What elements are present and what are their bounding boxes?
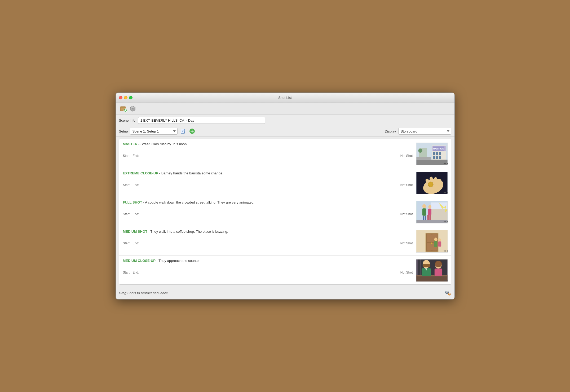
shot-more-3[interactable]: ••• bbox=[444, 220, 448, 224]
svg-rect-77 bbox=[435, 261, 441, 267]
shot-meta-1: Start: End: Not Shot bbox=[123, 154, 413, 158]
svg-rect-94 bbox=[449, 295, 450, 295]
svg-rect-69 bbox=[426, 234, 438, 252]
svg-rect-4 bbox=[123, 107, 124, 107]
svg-rect-50 bbox=[423, 216, 424, 221]
close-button[interactable] bbox=[119, 96, 122, 99]
shot-content-3: FULL SHOT - A couple walk down the crowd… bbox=[123, 200, 413, 216]
shot-type-1: MASTER bbox=[123, 142, 138, 146]
svg-text:MASSI UCIO: MASSI UCIO bbox=[433, 148, 444, 150]
shot-item-3: FULL SHOT - A couple walk down the crowd… bbox=[119, 197, 451, 226]
settings-button[interactable] bbox=[444, 289, 451, 297]
not-shot-1: Not Shot bbox=[400, 154, 413, 158]
maximize-button[interactable] bbox=[129, 96, 132, 99]
display-label: Display bbox=[385, 129, 396, 133]
svg-rect-27 bbox=[433, 156, 435, 159]
app-window: Shot List bbox=[116, 93, 455, 299]
svg-rect-24 bbox=[433, 152, 435, 155]
svg-rect-93 bbox=[449, 293, 450, 293]
shot-thumbnail-2[interactable] bbox=[416, 172, 448, 194]
shot-more-2[interactable]: ••• bbox=[444, 191, 448, 195]
not-shot-3: Not Shot bbox=[400, 212, 413, 216]
svg-rect-83 bbox=[447, 290, 447, 291]
settings-icon bbox=[444, 289, 451, 296]
not-shot-2: Not Shot bbox=[400, 183, 413, 187]
add-scene-button[interactable] bbox=[119, 104, 127, 113]
svg-rect-55 bbox=[429, 215, 431, 220]
shot-item: MASTER - Street. Cars rush by. It is noo… bbox=[119, 139, 451, 168]
svg-point-35 bbox=[418, 148, 422, 153]
shot-desc-1: - Street. Cars rush by. It is noon. bbox=[137, 142, 188, 146]
shot-meta-3: Start: End: Not Shot bbox=[123, 212, 413, 216]
shot-content-4: MEDIUM SHOT - They walk into a coffee sh… bbox=[123, 230, 413, 245]
svg-point-48 bbox=[422, 204, 426, 209]
start-label-2: Start: bbox=[123, 183, 131, 187]
shot-more-5[interactable]: ••• bbox=[444, 278, 448, 282]
svg-point-52 bbox=[428, 205, 431, 209]
not-shot-4: Not Shot bbox=[400, 241, 413, 245]
svg-rect-51 bbox=[425, 216, 426, 221]
shot-thumbnail-5[interactable] bbox=[416, 259, 448, 282]
shot-type-4: MEDIUM SHOT bbox=[123, 230, 147, 234]
svg-rect-78 bbox=[434, 268, 442, 276]
scene-info-input[interactable] bbox=[138, 117, 265, 124]
toolbar bbox=[116, 103, 454, 115]
drag-hint: Drag Shots to reorder sequence bbox=[119, 291, 168, 295]
edit-setup-button[interactable] bbox=[180, 128, 187, 135]
not-shot-5: Not Shot bbox=[400, 271, 413, 274]
end-label-1: End: bbox=[132, 154, 139, 158]
svg-rect-2 bbox=[121, 107, 122, 107]
shot-meta-5: Start: End: Not Shot bbox=[123, 271, 413, 274]
scene-info-label: Scene Info bbox=[119, 118, 135, 122]
add-setup-button[interactable] bbox=[189, 128, 196, 135]
shot-desc-3: - A couple walk down the crowded street … bbox=[142, 200, 254, 204]
edit-icon bbox=[181, 129, 185, 134]
display-select[interactable]: Storyboard Shot List Camera Notes bbox=[398, 128, 451, 135]
start-label-1: Start: bbox=[123, 154, 131, 158]
svg-rect-95 bbox=[448, 294, 449, 294]
svg-point-67 bbox=[438, 238, 441, 241]
shot-item-4: MEDIUM SHOT - They walk into a coffee sh… bbox=[119, 226, 451, 256]
setup-select[interactable]: Scene 1; Setup 1 bbox=[130, 128, 178, 135]
shot-desc-2: - Barney hands the barrista some change. bbox=[158, 171, 223, 175]
svg-rect-54 bbox=[427, 215, 429, 220]
shot-type-2: EXTREME CLOSE-UP bbox=[123, 171, 158, 175]
shot-meta-2: Start: End: Not Shot bbox=[123, 183, 413, 187]
svg-rect-71 bbox=[416, 276, 447, 281]
svg-point-82 bbox=[447, 292, 448, 293]
shot-item-5: MEDIUM CLOSE-UP - They approach the coun… bbox=[119, 256, 451, 284]
setup-label: Setup bbox=[119, 129, 128, 133]
svg-rect-74 bbox=[422, 264, 430, 267]
svg-rect-53 bbox=[428, 209, 431, 215]
traffic-lights bbox=[119, 96, 132, 99]
shot-thumbnail-4[interactable] bbox=[416, 230, 448, 253]
scene-info-bar: Scene Info bbox=[116, 115, 454, 126]
svg-rect-72 bbox=[416, 275, 447, 276]
cube-button[interactable] bbox=[129, 104, 137, 113]
svg-rect-30 bbox=[416, 160, 447, 165]
shot-thumbnail-3[interactable] bbox=[416, 201, 448, 223]
shot-content-1: MASTER - Street. Cars rush by. It is noo… bbox=[123, 142, 413, 158]
shot-more-4[interactable]: ••• bbox=[444, 249, 448, 253]
minimize-button[interactable] bbox=[124, 96, 127, 99]
shot-list: MASTER - Street. Cars rush by. It is noo… bbox=[119, 139, 451, 285]
svg-point-92 bbox=[449, 294, 450, 295]
titlebar: Shot List bbox=[116, 93, 454, 103]
end-label-2: End: bbox=[132, 183, 139, 187]
svg-rect-86 bbox=[448, 292, 449, 293]
svg-rect-26 bbox=[439, 152, 441, 155]
setup-bar: Setup Scene 1; Setup 1 Display Storyboar… bbox=[116, 126, 454, 136]
footer-bar: Drag Shots to reorder sequence bbox=[116, 287, 454, 299]
end-label-3: End: bbox=[132, 212, 139, 216]
shot-type-5: MEDIUM CLOSE-UP bbox=[123, 259, 156, 263]
shot-list-scroll[interactable]: MASTER - Street. Cars rush by. It is noo… bbox=[119, 139, 451, 284]
shot-thumbnail-1[interactable]: MASSI UCIO bbox=[416, 143, 448, 165]
svg-rect-28 bbox=[436, 156, 438, 159]
svg-rect-68 bbox=[438, 241, 441, 247]
start-label-4: Start: bbox=[123, 241, 131, 245]
start-label-3: Start: bbox=[123, 212, 131, 216]
cube-icon bbox=[129, 105, 136, 112]
start-label-5: Start: bbox=[123, 271, 131, 274]
end-label-4: End: bbox=[132, 241, 139, 245]
shot-more-1[interactable]: ••• bbox=[444, 161, 448, 166]
